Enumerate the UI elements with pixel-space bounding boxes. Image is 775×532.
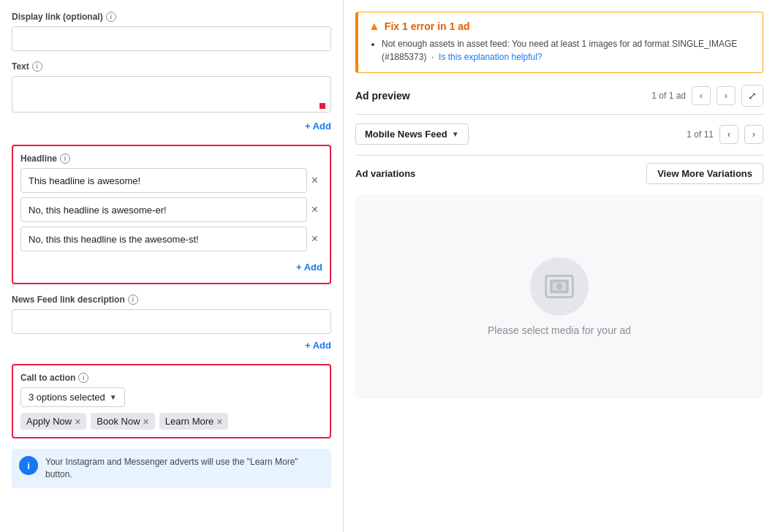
- text-label: Text i: [12, 61, 331, 72]
- info-box-text: Your Instagram and Messenger adverts wil…: [45, 456, 324, 481]
- headline-item-1: ×: [20, 168, 322, 193]
- headline-input-3[interactable]: [20, 227, 307, 251]
- tag-list: Apply Now × Book Now × Learn More ×: [20, 413, 322, 430]
- preview-next-button[interactable]: ›: [717, 86, 736, 105]
- ad-preview-header: Ad preview 1 of 1 ad ‹ › ⤢: [355, 85, 763, 115]
- error-item-1: Not enough assets in asset feed: You nee…: [382, 37, 752, 64]
- text-info-icon[interactable]: i: [32, 61, 42, 72]
- headline-input-2[interactable]: [20, 197, 307, 222]
- placement-chevron-icon: ▼: [452, 130, 459, 138]
- options-chevron-icon: ▼: [110, 393, 117, 401]
- placement-nav: 1 of 11 ‹ ›: [687, 125, 763, 144]
- tag-apply-now-remove[interactable]: ×: [75, 417, 80, 427]
- headline-add-label: + Add: [296, 262, 322, 273]
- placement-next-button[interactable]: ›: [744, 125, 763, 144]
- placement-count: 1 of 11: [687, 129, 714, 140]
- preview-prev-button[interactable]: ‹: [692, 86, 711, 105]
- tag-apply-now-label: Apply Now: [26, 416, 72, 427]
- media-icon: [530, 257, 589, 316]
- media-placeholder-icon: [543, 270, 575, 303]
- tag-learn-more-label: Learn More: [165, 416, 213, 427]
- placement-label: Mobile News Feed: [365, 129, 447, 140]
- news-feed-add-button[interactable]: + Add: [305, 337, 331, 354]
- preview-expand-button[interactable]: ⤢: [741, 85, 763, 107]
- placement-next-icon: ›: [752, 129, 755, 140]
- tag-book-now-remove[interactable]: ×: [143, 417, 149, 427]
- display-link-info-icon[interactable]: i: [106, 12, 116, 22]
- view-more-label: View More Variations: [657, 168, 752, 179]
- text-input[interactable]: [12, 76, 331, 113]
- info-circle-icon: i: [19, 456, 38, 475]
- preview-count: 1 of 1 ad: [651, 91, 686, 101]
- display-link-text: Display link (optional): [12, 12, 103, 22]
- headline-remove-2[interactable]: ×: [307, 204, 322, 216]
- options-dropdown[interactable]: 3 options selected ▼: [20, 387, 125, 407]
- expand-icon: ⤢: [748, 90, 757, 102]
- view-more-variations-button[interactable]: View More Variations: [646, 163, 763, 184]
- error-title: ▲ Fix 1 error in 1 ad: [368, 20, 752, 33]
- headline-label-text: Headline: [20, 153, 57, 164]
- cta-label-text: Call to action: [20, 373, 75, 383]
- headline-section: Headline i × × × + Add: [12, 145, 331, 284]
- next-icon: ›: [725, 91, 727, 101]
- preview-nav: 1 of 1 ad ‹ › ⤢: [651, 85, 763, 107]
- display-link-label: Display link (optional) i: [12, 12, 331, 22]
- tag-apply-now: Apply Now ×: [20, 413, 86, 430]
- error-title-text: Fix 1 error in 1 ad: [385, 20, 470, 32]
- headline-input-1[interactable]: [20, 168, 307, 193]
- media-placeholder: Please select media for your ad: [355, 194, 763, 399]
- svg-point-3: [556, 283, 562, 289]
- headline-label: Headline i: [20, 153, 322, 164]
- headline-info-icon[interactable]: i: [60, 153, 70, 164]
- text-indicator: [320, 103, 325, 109]
- ad-variations-row: Ad variations View More Variations: [355, 155, 763, 184]
- options-selected-text: 3 options selected: [29, 392, 105, 403]
- warning-icon: ▲: [368, 20, 380, 33]
- error-helpful-link[interactable]: Is this explanation helpful?: [439, 52, 542, 62]
- placement-dropdown[interactable]: Mobile News Feed ▼: [355, 123, 469, 145]
- ad-variations-label: Ad variations: [355, 168, 415, 179]
- tag-learn-more-remove[interactable]: ×: [216, 417, 222, 427]
- call-to-action-section: Call to action i 3 options selected ▼ Ap…: [12, 364, 331, 438]
- error-text: Not enough assets in asset feed: You nee…: [382, 39, 737, 62]
- news-feed-info-icon[interactable]: i: [128, 294, 138, 305]
- placement-prev-icon: ‹: [727, 129, 730, 140]
- tag-learn-more: Learn More ×: [159, 413, 229, 430]
- tag-book-now: Book Now ×: [91, 413, 154, 430]
- placement-row: Mobile News Feed ▼ 1 of 11 ‹ ›: [355, 123, 763, 145]
- news-feed-add-label: + Add: [305, 340, 331, 351]
- headline-remove-3[interactable]: ×: [307, 233, 322, 245]
- news-feed-input[interactable]: [12, 309, 331, 334]
- headline-item-3: ×: [20, 227, 322, 251]
- error-banner: ▲ Fix 1 error in 1 ad Not enough assets …: [355, 12, 763, 73]
- error-list: Not enough assets in asset feed: You nee…: [368, 37, 752, 64]
- display-link-input[interactable]: [12, 26, 331, 51]
- text-add-button[interactable]: + Add: [305, 118, 331, 134]
- text-label-text: Text: [12, 61, 29, 72]
- headline-add-button[interactable]: + Add: [296, 259, 322, 276]
- placement-prev-button[interactable]: ‹: [719, 125, 738, 144]
- info-box: i Your Instagram and Messenger adverts w…: [12, 449, 331, 488]
- prev-icon: ‹: [700, 91, 703, 101]
- news-feed-label-text: News Feed link description: [12, 294, 125, 305]
- cta-label: Call to action i: [20, 373, 322, 383]
- text-add-label: + Add: [305, 121, 331, 132]
- headline-remove-1[interactable]: ×: [307, 175, 322, 186]
- cta-info-icon[interactable]: i: [78, 373, 88, 383]
- media-placeholder-text: Please select media for your ad: [488, 324, 631, 336]
- tag-book-now-label: Book Now: [97, 416, 140, 427]
- news-feed-label: News Feed link description i: [12, 294, 331, 305]
- headline-item-2: ×: [20, 197, 322, 222]
- ad-preview-title: Ad preview: [355, 90, 410, 102]
